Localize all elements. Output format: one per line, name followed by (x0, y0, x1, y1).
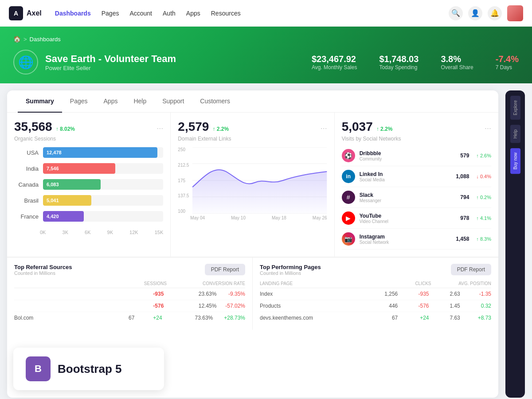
pages-row-2: Products 446 -576 1.45 0.32 (260, 300, 491, 312)
dribbble-icon: ⚽ (342, 149, 355, 162)
referral-subtitle: Counted in Millions (14, 270, 72, 276)
hero-text: Save Earth - Volunteer Team Power Elite … (45, 53, 176, 71)
stat-today-spending-value: $1,748.03 (379, 54, 419, 64)
stat-7days: -7.4% 7 Days (496, 54, 519, 70)
notification-icon[interactable]: 🔔 (488, 6, 502, 20)
nav-pages[interactable]: Pages (102, 10, 119, 17)
nav-dashboards[interactable]: Dashboards (55, 10, 91, 17)
pages-header: LANDING PAGE CLICKS AVG. POSITION (260, 279, 491, 288)
nav-account[interactable]: Account (129, 10, 152, 17)
bar-brasil-value: 5,041 (43, 195, 91, 206)
side-btn-explore[interactable]: Explore (510, 96, 520, 120)
line-chart-svg (192, 147, 327, 214)
avatar[interactable] (507, 5, 523, 21)
side-btn-help[interactable]: Help (510, 125, 520, 143)
nav-auth[interactable]: Auth (163, 10, 176, 17)
bootstrap-icon: B (26, 356, 51, 381)
side-btn-buy[interactable]: Buy now (510, 148, 520, 174)
bar-canada-value: 6,083 (43, 179, 101, 190)
referral-row-2: -576 12.45% -57.02% (14, 300, 245, 312)
bar-france-value: 4,420 (43, 211, 84, 222)
social-visits-label: Visits by Social Networks (342, 136, 491, 142)
tab-help[interactable]: Help (125, 90, 154, 113)
nav-links: Dashboards Pages Account Auth Apps Resou… (55, 10, 449, 17)
navbar: A Axel Dashboards Pages Account Auth App… (0, 0, 532, 27)
social-item-dribbble: ⚽ Dribbble Community 579 ↑ 2.6% (342, 145, 491, 166)
line-chart: 250 212.5 175 137.5 100 (178, 147, 327, 220)
social-item-linkedin: in Linked In Social Media 1,088 ↓ 0.4% (342, 166, 491, 187)
tab-summary[interactable]: Summary (18, 90, 62, 113)
bar-row-canada: Canada 6,083 (14, 179, 163, 190)
bar-row-france: France 4,420 (14, 211, 163, 222)
referral-title: Top Referral Sources (14, 264, 72, 270)
bar-row-brasil: Brasil 5,041 (14, 195, 163, 206)
pages-title: Top Performing Pages (260, 264, 321, 270)
organic-sessions-change: ↑ 8.02% (56, 126, 75, 132)
hero-content: 🌐 Save Earth - Volunteer Team Power Elit… (13, 50, 519, 74)
stat-today-spending: $1,748.03 Today Spending (379, 54, 419, 70)
user-icon[interactable]: 👤 (468, 6, 482, 20)
bar-india-value: 7,546 (43, 163, 115, 174)
referral-row-1: -935 23.63% -9.35% (14, 288, 245, 300)
pages-row-3: devs.keenthemes.com 67 +24 7.63 +8.73 (260, 312, 491, 324)
breadcrumb-current: Dashboards (30, 36, 61, 43)
stat-overall-share: 3.8% Overall Share (441, 54, 473, 70)
hero-subtitle: Power Elite Seller (45, 65, 176, 71)
pdf-report-btn-2[interactable]: PDF Report (451, 264, 491, 275)
side-panel: Explore Help Buy now (505, 90, 525, 398)
referral-row-3: Bol.com 67 +24 73.63% +28.73% (14, 312, 245, 324)
bar-row-india: India 7,546 (14, 163, 163, 174)
bar-row-usa: USA 12,478 (14, 147, 163, 158)
hero-logo: 🌐 (13, 50, 38, 74)
referral-sources: Top Referral Sources Counted in Millions… (7, 258, 253, 330)
social-visits-change: ↑ 2.2% (376, 126, 393, 132)
stat-overall-share-value: 3.8% (441, 54, 473, 64)
stat-7days-value: -7.4% (496, 54, 519, 64)
tab-customers[interactable]: Customers (192, 90, 238, 113)
linkedin-icon: in (342, 170, 355, 183)
dribbble-info: Dribbble Community (360, 150, 456, 161)
social-item-instagram: 📷 Instagram Social Network 1,458 ↑ 8.3% (342, 229, 491, 250)
breadcrumb: 🏠 > Dashboards (13, 35, 519, 43)
bar-usa-value: 12,478 (43, 147, 157, 158)
nav-resources[interactable]: Resources (211, 10, 241, 17)
stat-monthly-sales: $23,467.92 Avg. Monthly Sales (312, 54, 357, 70)
social-networks-col: 5,037 ↑ 2.2% ··· Visits by Social Networ… (335, 113, 498, 257)
youtube-icon: ▶ (342, 211, 355, 225)
hero-stats: $23,467.92 Avg. Monthly Sales $1,748.03 … (312, 54, 519, 70)
bar-chart: USA 12,478 India 7,546 Canada (14, 147, 163, 235)
bootstrap-text: Bootstrap 5 (58, 362, 121, 376)
domain-links-col: 2,579 ↑ 2.2% ··· Domain External Links 2… (171, 113, 334, 257)
brand-name: Axel (27, 9, 42, 17)
stat-7days-label: 7 Days (496, 64, 519, 70)
pages-row-1: Index 1,256 -935 2.63 -1.35 (260, 288, 491, 300)
top-pages: Top Performing Pages Counted in Millions… (253, 258, 498, 330)
social-item-slack: # Slack Messanger 794 ↑ 0.2% (342, 187, 491, 208)
stat-today-spending-label: Today Spending (379, 64, 419, 70)
domain-links-value: 2,579 (178, 120, 209, 134)
bootstrap-overlay: B Bootstrap 5 (13, 348, 164, 390)
nav-apps[interactable]: Apps (186, 10, 200, 17)
brand[interactable]: A Axel (9, 6, 42, 20)
hero-banner: 🏠 > Dashboards 🌐 Save Earth - Volunteer … (0, 27, 532, 83)
stat-monthly-sales-label: Avg. Monthly Sales (312, 64, 357, 70)
organic-sessions-more[interactable]: ··· (156, 124, 163, 133)
chart-x-axis: May 04May 10May 18May 26 (178, 214, 327, 220)
pdf-report-btn-1[interactable]: PDF Report (205, 264, 245, 275)
tab-apps[interactable]: Apps (96, 90, 126, 113)
search-icon[interactable]: 🔍 (449, 6, 463, 20)
tab-pages[interactable]: Pages (62, 90, 96, 113)
bottom-tables: Top Referral Sources Counted in Millions… (7, 257, 498, 330)
brand-icon: A (9, 6, 23, 20)
instagram-icon: 📷 (342, 232, 355, 246)
domain-links-label: Domain External Links (178, 136, 327, 142)
tab-support[interactable]: Support (154, 90, 192, 113)
social-visits-more[interactable]: ··· (485, 124, 491, 133)
pages-subtitle: Counted in Millions (260, 270, 321, 276)
chart-y-axis: 250 212.5 175 137.5 100 (178, 147, 191, 214)
social-visits-value: 5,037 (342, 120, 373, 134)
social-list: ⚽ Dribbble Community 579 ↑ 2.6% in Linke… (342, 145, 491, 250)
bar-axis: 0K3K6K9K12K15K (14, 227, 163, 235)
social-item-youtube: ▶ YouTube Video Channel 978 ↑ 4.1% (342, 208, 491, 229)
domain-links-more[interactable]: ··· (321, 124, 327, 133)
